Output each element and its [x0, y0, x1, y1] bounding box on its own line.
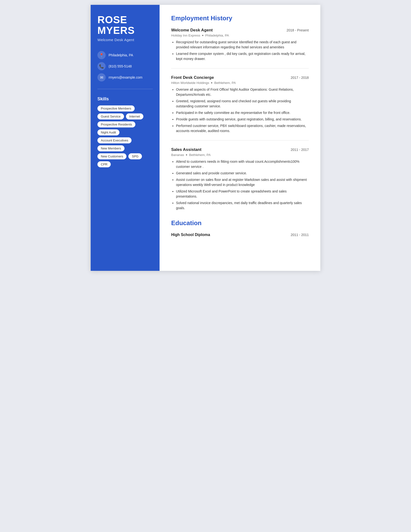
company-dot — [186, 154, 187, 155]
skill-tag: SPG — [128, 153, 142, 159]
skill-tag: Guest Service — [97, 114, 124, 119]
job-dates: 2017 - 2018 — [291, 76, 309, 80]
education-container: High School Diploma2011 - 2011 — [171, 233, 309, 237]
bullet-item: Solved national invoice discrepancies, m… — [176, 200, 309, 211]
company-dot — [211, 82, 212, 83]
bullet-item: Recognized for outstanding guest service… — [176, 40, 309, 50]
edu-degree: High School Diploma — [171, 233, 210, 237]
job-location: Bethlehem, PA — [189, 153, 211, 157]
skills-heading: Skills — [97, 96, 153, 102]
education-heading: Education — [171, 219, 309, 228]
job-company: BananasBethlehem, PA — [171, 153, 309, 157]
email-icon: ✉ — [97, 73, 106, 82]
job-title-sidebar: Welcome Desk Agent — [97, 38, 153, 42]
contact-location: 📍 Philadelphia, PA — [97, 51, 153, 59]
full-name: ROSE MYERS — [97, 15, 153, 36]
job-company: Holiday Inn ExpressPhiladelphia, PA — [171, 34, 309, 37]
edu-entry: High School Diploma2011 - 2011 — [171, 233, 309, 237]
job-header: Front Desk Concierge2017 - 2018 — [171, 75, 309, 80]
job-location: Bethlehem, PA — [214, 81, 236, 85]
sidebar-divider — [97, 89, 153, 89]
bullet-item: Generated sales and provide customer ser… — [176, 171, 309, 176]
company-name: Hilton Worldwide Holdings — [171, 81, 209, 85]
main-content: Employment History Welcome Desk Agent201… — [159, 5, 320, 271]
skill-tag: New Customers — [97, 153, 126, 159]
skills-section: Skills Prospective MembersGuest ServiceI… — [97, 96, 153, 167]
skill-tag: New Members — [97, 145, 124, 151]
location-icon: 📍 — [97, 51, 106, 59]
location-text: Philadelphia, PA — [109, 53, 133, 57]
skills-tags: Prospective MembersGuest ServiceInternet… — [97, 105, 153, 167]
job-bullets: Attend to customers needs in fitting roo… — [171, 159, 309, 211]
jobs-container: Welcome Desk Agent2018 - PresentHoliday … — [171, 28, 309, 211]
skill-tag: Prospective Members — [97, 105, 135, 112]
contact-email: ✉ rmyers@example.com — [97, 73, 153, 82]
name-block: ROSE MYERS Welcome Desk Agent — [97, 15, 153, 42]
skill-tag: Night Audit — [97, 129, 120, 135]
email-text: rmyers@example.com — [109, 76, 142, 79]
bullet-item: Attend to customers needs in fitting roo… — [176, 159, 309, 169]
job-title: Front Desk Concierge — [171, 75, 214, 80]
bullet-item: Oversee all aspects of Front Office/ Nig… — [176, 87, 309, 97]
contact-phone: 📞 (810) 555-5148 — [97, 62, 153, 70]
skill-tag: Prospective Residents — [97, 121, 135, 127]
sidebar: ROSE MYERS Welcome Desk Agent 📍 Philadel… — [91, 5, 159, 271]
bullet-item: Participated in the safety committee as … — [176, 110, 309, 115]
company-name: Bananas — [171, 153, 184, 157]
job-location: Philadelphia, PA — [205, 34, 229, 37]
bullet-item: Performed cusotmer service, PBX switchbo… — [176, 123, 309, 133]
bullet-item: Utilized Microsoft Excel and PowerPoint … — [176, 189, 309, 199]
job-company: Hilton Worldwide HoldingsBethlehem, PA — [171, 81, 309, 85]
skill-tag: Internet — [126, 114, 143, 119]
skill-tag: CPR — [97, 161, 111, 167]
job-dates: 2011 - 2017 — [291, 148, 309, 152]
job-header: Sales Assistant2011 - 2017 — [171, 147, 309, 152]
edu-dates: 2011 - 2011 — [291, 233, 309, 237]
job-bullets: Oversee all aspects of Front Office/ Nig… — [171, 87, 309, 133]
education-section: Education High School Diploma2011 - 2011 — [171, 219, 309, 237]
job-title: Sales Assistant — [171, 147, 201, 152]
company-dot — [202, 35, 203, 36]
job-dates: 2018 - Present — [287, 28, 309, 32]
skill-tag: Account Executives — [97, 137, 131, 143]
job-divider — [171, 68, 309, 68]
first-name: ROSE — [97, 14, 127, 25]
phone-icon: 📞 — [97, 62, 106, 70]
bullet-item: Greeted, registered, assigned rooms and … — [176, 99, 309, 109]
last-name: MYERS — [97, 25, 135, 36]
contact-section: 📍 Philadelphia, PA 📞 (810) 555-5148 ✉ rm… — [97, 51, 153, 82]
resume-container: ROSE MYERS Welcome Desk Agent 📍 Philadel… — [91, 5, 320, 271]
bullet-item: Learned there computer system , did key … — [176, 51, 309, 61]
job-entry: Sales Assistant2011 - 2017BananasBethleh… — [171, 147, 309, 211]
job-divider — [171, 140, 309, 141]
job-header: Welcome Desk Agent2018 - Present — [171, 28, 309, 33]
bullet-item: Assist customer on sales floor and at re… — [176, 177, 309, 187]
bullet-item: Provide guests with outstanding service,… — [176, 117, 309, 122]
company-name: Holiday Inn Express — [171, 34, 200, 37]
phone-text: (810) 555-5148 — [109, 64, 132, 68]
job-entry: Welcome Desk Agent2018 - PresentHoliday … — [171, 28, 309, 68]
employment-heading: Employment History — [171, 15, 309, 23]
job-entry: Front Desk Concierge2017 - 2018Hilton Wo… — [171, 75, 309, 141]
job-title: Welcome Desk Agent — [171, 28, 213, 33]
job-bullets: Recognized for outstanding guest service… — [171, 40, 309, 61]
